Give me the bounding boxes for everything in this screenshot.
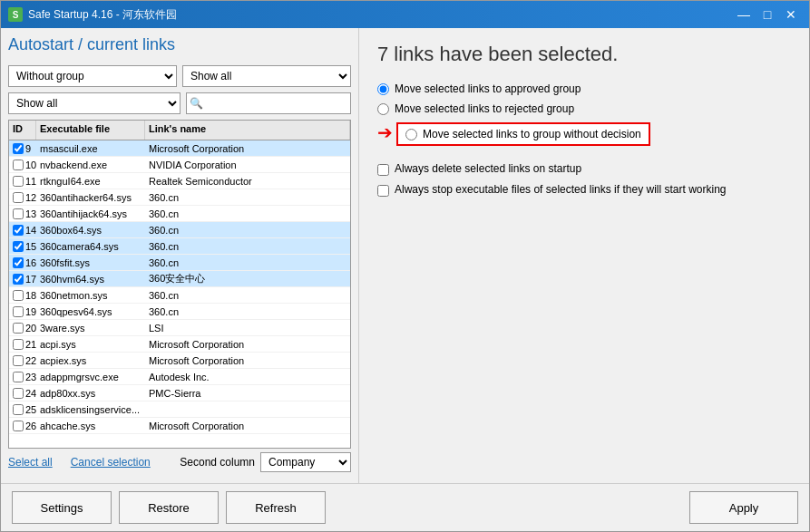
restore-button[interactable]: Restore xyxy=(119,491,219,524)
row-checkbox[interactable] xyxy=(13,225,24,236)
row-exe: adappmgrsvc.exe xyxy=(36,372,145,382)
row-checkbox[interactable] xyxy=(13,290,24,301)
row-id-cell: 14 xyxy=(9,225,36,236)
radio-no-decision-input[interactable] xyxy=(405,129,417,140)
minimize-button[interactable]: — xyxy=(733,5,755,24)
row-checkbox[interactable] xyxy=(13,404,24,415)
row-checkbox[interactable] xyxy=(13,208,24,219)
select-all-button[interactable]: Select all xyxy=(8,456,53,469)
checkbox-option-delete[interactable]: Always delete selected links on startup xyxy=(377,162,791,176)
row-checkbox[interactable] xyxy=(13,339,24,350)
row-linkname: 360.cn xyxy=(145,257,350,268)
row-linkname: LSI xyxy=(145,323,350,334)
table-row: 25adsklicensingservice... xyxy=(9,401,350,418)
cancel-selection-button[interactable]: Cancel selection xyxy=(71,456,151,469)
row-exe: 360netmon.sys xyxy=(36,290,145,301)
refresh-button[interactable]: Refresh xyxy=(226,491,326,524)
table-row: 26ahcache.sysMicrosoft Corporation xyxy=(9,418,350,434)
row-linkname: 360.cn xyxy=(145,192,350,203)
table-row: 10nvbackend.exeNVIDIA Corporation xyxy=(9,157,350,173)
show-all-filter-select[interactable]: Show all xyxy=(182,65,351,87)
row-id-cell: 17 xyxy=(9,274,36,285)
content-area: Autostart / current links Without group … xyxy=(1,28,809,483)
row-checkbox[interactable] xyxy=(13,192,24,203)
search-category-select[interactable]: Show all xyxy=(8,92,181,114)
row-checkbox[interactable] xyxy=(13,388,24,399)
row-checkbox[interactable] xyxy=(13,274,24,285)
checkbox-delete-label: Always delete selected links on startup xyxy=(395,162,581,175)
table-row: 21acpi.sysMicrosoft Corporation xyxy=(9,336,350,353)
checkbox-option-stop[interactable]: Always stop executable files of selected… xyxy=(377,183,791,197)
row-linkname: 360安全中心 xyxy=(145,272,350,285)
row-id-cell: 22 xyxy=(9,355,36,366)
row-linkname: 360.cn xyxy=(145,225,350,236)
page-title: Autostart / current links xyxy=(8,35,351,58)
row-exe: 360box64.sys xyxy=(36,225,145,236)
row-id: 25 xyxy=(25,404,36,415)
row-checkbox[interactable] xyxy=(13,257,24,268)
row-exe: 360fsfit.sys xyxy=(36,257,145,268)
row-checkbox[interactable] xyxy=(13,176,24,187)
row-exe: 360hvm64.sys xyxy=(36,274,145,285)
table-row: 12360antihacker64.sys360.cn xyxy=(9,189,350,206)
radio-rejected-input[interactable] xyxy=(377,103,389,115)
settings-button[interactable]: Settings xyxy=(12,491,112,524)
row-exe: adsklicensingservice... xyxy=(36,404,145,415)
second-col-select[interactable]: Company xyxy=(260,452,351,472)
row-id-cell: 19 xyxy=(9,306,36,317)
radio-no-decision-label: Move selected links to group without dec… xyxy=(423,128,641,140)
row-linkname: Microsoft Corporation xyxy=(145,339,350,350)
table-row: 11rtknguI64.exeRealtek Semiconductor xyxy=(9,173,350,189)
col-header-id: ID xyxy=(9,121,36,140)
row-id-cell: 23 xyxy=(9,372,36,382)
table-row: 17360hvm64.sys360安全中心 xyxy=(9,271,350,287)
search-box-wrapper: 🔍 xyxy=(186,92,351,114)
row-exe: adp80xx.sys xyxy=(36,388,145,399)
row-checkbox[interactable] xyxy=(13,355,24,366)
row-id-cell: 11 xyxy=(9,176,36,187)
search-row: Show all 🔍 xyxy=(8,92,351,114)
row-checkbox[interactable] xyxy=(13,306,24,317)
row-linkname: Autodesk Inc. xyxy=(145,372,350,382)
row-id-cell: 24 xyxy=(9,388,36,399)
row-exe: acpiex.sys xyxy=(36,355,145,366)
row-checkbox[interactable] xyxy=(13,372,24,382)
checkbox-delete-input[interactable] xyxy=(377,164,389,176)
row-id-cell: 13 xyxy=(9,208,36,219)
row-exe: rtknguI64.exe xyxy=(36,176,145,187)
radio-option-approved[interactable]: Move selected links to approved group xyxy=(377,82,791,95)
second-col-label: Second column xyxy=(180,456,255,469)
checkbox-stop-input[interactable] xyxy=(377,185,389,197)
row-exe: msascuil.exe xyxy=(36,143,145,154)
row-checkbox[interactable] xyxy=(13,421,24,431)
search-input[interactable] xyxy=(205,94,350,112)
group-filter-select[interactable]: Without group xyxy=(8,65,177,87)
radio-option-no-decision[interactable]: Move selected links to group without dec… xyxy=(396,122,650,146)
selected-count-text: 7 links have been selected. xyxy=(377,43,791,66)
search-icon-button[interactable]: 🔍 xyxy=(187,93,205,113)
maximize-button[interactable]: □ xyxy=(756,5,778,24)
row-exe: 3ware.sys xyxy=(36,323,145,334)
row-linkname: Microsoft Corporation xyxy=(145,143,350,154)
row-checkbox[interactable] xyxy=(13,241,24,252)
title-bar-controls: — □ ✕ xyxy=(733,5,802,24)
row-id: 23 xyxy=(25,372,36,382)
radio-group: Move selected links to approved group Mo… xyxy=(377,82,791,146)
table-body[interactable]: 9msascuil.exeMicrosoft Corporation10nvba… xyxy=(9,140,350,448)
app-icon: S xyxy=(8,7,23,22)
row-linkname: 360.cn xyxy=(145,290,350,301)
close-button[interactable]: ✕ xyxy=(780,5,802,24)
radio-option-rejected[interactable]: Move selected links to rejected group xyxy=(377,102,791,115)
row-id: 19 xyxy=(25,306,36,317)
bottom-links-row: Select all Cancel selection Second colum… xyxy=(8,449,351,476)
row-checkbox[interactable] xyxy=(13,323,24,334)
row-checkbox[interactable] xyxy=(13,160,24,170)
arrow-indicator: ➔ xyxy=(377,121,393,143)
radio-approved-input[interactable] xyxy=(377,83,389,95)
apply-button[interactable]: Apply xyxy=(689,491,798,524)
row-exe: acpi.sys xyxy=(36,339,145,350)
row-id: 22 xyxy=(25,355,36,366)
table-row: 18360netmon.sys360.cn xyxy=(9,287,350,304)
row-id: 16 xyxy=(25,257,36,268)
row-checkbox[interactable] xyxy=(13,143,24,154)
